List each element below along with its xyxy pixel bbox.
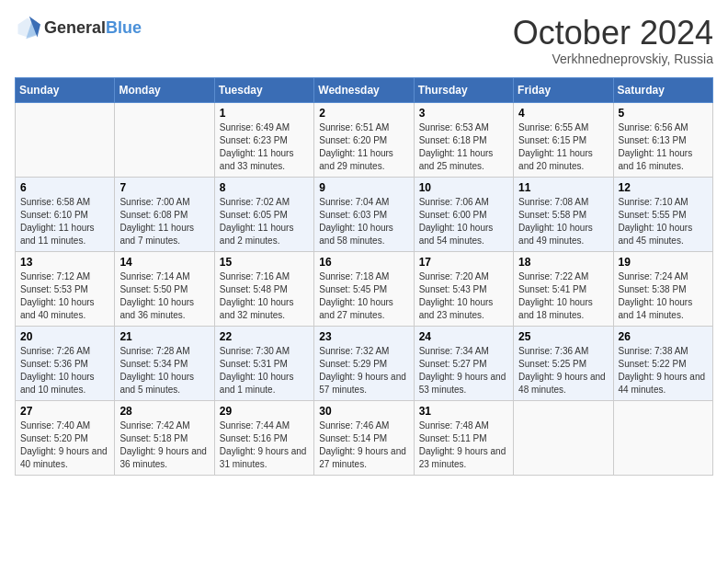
day-number: 28: [119, 405, 209, 418]
day-detail: Sunrise: 7:46 AMSunset: 5:14 PMDaylight:…: [319, 420, 406, 469]
day-detail: Sunrise: 7:30 AMSunset: 5:31 PMDaylight:…: [220, 346, 294, 395]
day-detail: Sunrise: 7:18 AMSunset: 5:45 PMDaylight:…: [319, 271, 393, 320]
calendar-cell: 16Sunrise: 7:18 AMSunset: 5:45 PMDayligh…: [314, 251, 414, 326]
day-detail: Sunrise: 7:24 AMSunset: 5:38 PMDaylight:…: [619, 271, 693, 320]
day-detail: Sunrise: 7:04 AMSunset: 6:03 PMDaylight:…: [319, 197, 393, 246]
calendar-cell: [16, 102, 115, 177]
calendar-cell: 27Sunrise: 7:40 AMSunset: 5:20 PMDayligh…: [16, 400, 115, 475]
day-detail: Sunrise: 7:32 AMSunset: 5:29 PMDaylight:…: [319, 346, 406, 395]
day-detail: Sunrise: 7:00 AMSunset: 6:08 PMDaylight:…: [119, 197, 194, 246]
day-detail: Sunrise: 7:48 AMSunset: 5:11 PMDaylight:…: [419, 420, 506, 469]
header-day-tuesday: Tuesday: [214, 77, 313, 102]
day-number: 31: [419, 405, 508, 418]
day-detail: Sunrise: 7:34 AMSunset: 5:27 PMDaylight:…: [419, 346, 506, 395]
calendar-cell: 6Sunrise: 6:58 AMSunset: 6:10 PMDaylight…: [16, 177, 115, 251]
day-number: 17: [419, 256, 508, 269]
day-detail: Sunrise: 7:26 AMSunset: 5:36 PMDaylight:…: [20, 346, 95, 395]
title-block: October 2024 Verkhnedneprovskiy, Russia: [513, 15, 713, 66]
day-number: 25: [518, 330, 608, 343]
calendar-cell: 24Sunrise: 7:34 AMSunset: 5:27 PMDayligh…: [414, 326, 513, 400]
day-number: 4: [518, 107, 608, 120]
day-number: 2: [319, 107, 408, 120]
header-day-friday: Friday: [514, 77, 613, 102]
calendar-cell: 22Sunrise: 7:30 AMSunset: 5:31 PMDayligh…: [214, 326, 313, 400]
calendar-cell: 7Sunrise: 7:00 AMSunset: 6:08 PMDaylight…: [115, 177, 214, 251]
calendar-cell: 9Sunrise: 7:04 AMSunset: 6:03 PMDaylight…: [314, 177, 414, 251]
calendar-week-4: 20Sunrise: 7:26 AMSunset: 5:36 PMDayligh…: [16, 326, 713, 400]
day-detail: Sunrise: 7:20 AMSunset: 5:43 PMDaylight:…: [419, 271, 494, 320]
day-number: 9: [319, 181, 408, 194]
calendar-cell: 1Sunrise: 6:49 AMSunset: 6:23 PMDaylight…: [214, 102, 313, 177]
day-number: 19: [619, 256, 708, 269]
calendar-cell: 25Sunrise: 7:36 AMSunset: 5:25 PMDayligh…: [514, 326, 613, 400]
day-number: 3: [419, 107, 508, 120]
day-detail: Sunrise: 6:51 AMSunset: 6:20 PMDaylight:…: [319, 122, 393, 171]
header-day-saturday: Saturday: [613, 77, 712, 102]
day-detail: Sunrise: 7:08 AMSunset: 5:58 PMDaylight:…: [518, 197, 593, 246]
day-number: 1: [220, 107, 309, 120]
logo-text: GeneralBlue: [44, 18, 142, 38]
day-detail: Sunrise: 7:42 AMSunset: 5:18 PMDaylight:…: [119, 420, 207, 469]
day-number: 20: [20, 330, 109, 343]
logo-blue: Blue: [106, 18, 142, 37]
calendar-cell: 3Sunrise: 6:53 AMSunset: 6:18 PMDaylight…: [414, 102, 513, 177]
day-number: 8: [220, 181, 309, 194]
calendar-cell: 14Sunrise: 7:14 AMSunset: 5:50 PMDayligh…: [115, 251, 214, 326]
day-number: 30: [319, 405, 408, 418]
day-detail: Sunrise: 7:16 AMSunset: 5:48 PMDaylight:…: [220, 271, 294, 320]
day-detail: Sunrise: 7:12 AMSunset: 5:53 PMDaylight:…: [20, 271, 95, 320]
day-detail: Sunrise: 6:55 AMSunset: 6:15 PMDaylight:…: [518, 122, 593, 171]
day-number: 22: [220, 330, 309, 343]
day-number: 12: [619, 181, 708, 194]
day-detail: Sunrise: 7:14 AMSunset: 5:50 PMDaylight:…: [119, 271, 194, 320]
calendar-cell: 5Sunrise: 6:56 AMSunset: 6:13 PMDaylight…: [613, 102, 712, 177]
day-detail: Sunrise: 6:53 AMSunset: 6:18 PMDaylight:…: [419, 122, 494, 171]
day-detail: Sunrise: 7:36 AMSunset: 5:25 PMDaylight:…: [518, 346, 606, 395]
calendar-cell: 19Sunrise: 7:24 AMSunset: 5:38 PMDayligh…: [613, 251, 712, 326]
calendar-cell: 2Sunrise: 6:51 AMSunset: 6:20 PMDaylight…: [314, 102, 414, 177]
day-number: 18: [518, 256, 608, 269]
day-detail: Sunrise: 6:56 AMSunset: 6:13 PMDaylight:…: [619, 122, 693, 171]
day-number: 5: [619, 107, 708, 120]
day-detail: Sunrise: 7:28 AMSunset: 5:34 PMDaylight:…: [119, 346, 194, 395]
calendar-cell: 18Sunrise: 7:22 AMSunset: 5:41 PMDayligh…: [514, 251, 613, 326]
calendar-cell: 15Sunrise: 7:16 AMSunset: 5:48 PMDayligh…: [214, 251, 313, 326]
day-number: 24: [419, 330, 508, 343]
calendar-cell: 10Sunrise: 7:06 AMSunset: 6:00 PMDayligh…: [414, 177, 513, 251]
day-detail: Sunrise: 7:38 AMSunset: 5:22 PMDaylight:…: [619, 346, 706, 395]
day-detail: Sunrise: 7:06 AMSunset: 6:00 PMDaylight:…: [419, 197, 494, 246]
calendar-cell: 20Sunrise: 7:26 AMSunset: 5:36 PMDayligh…: [16, 326, 115, 400]
day-detail: Sunrise: 6:49 AMSunset: 6:23 PMDaylight:…: [220, 122, 294, 171]
calendar-week-1: 1Sunrise: 6:49 AMSunset: 6:23 PMDaylight…: [16, 102, 713, 177]
day-number: 10: [419, 181, 508, 194]
logo-icon: [15, 15, 40, 40]
header-day-wednesday: Wednesday: [314, 77, 414, 102]
day-number: 29: [220, 405, 309, 418]
calendar-cell: 13Sunrise: 7:12 AMSunset: 5:53 PMDayligh…: [16, 251, 115, 326]
day-detail: Sunrise: 7:10 AMSunset: 5:55 PMDaylight:…: [619, 197, 693, 246]
day-number: 11: [518, 181, 608, 194]
logo-general: General: [44, 18, 106, 37]
header-row: SundayMondayTuesdayWednesdayThursdayFrid…: [16, 77, 713, 102]
day-detail: Sunrise: 7:22 AMSunset: 5:41 PMDaylight:…: [518, 271, 593, 320]
day-number: 26: [619, 330, 708, 343]
logo: GeneralBlue: [15, 15, 142, 40]
calendar-cell: 28Sunrise: 7:42 AMSunset: 5:18 PMDayligh…: [115, 400, 214, 475]
calendar-cell: 23Sunrise: 7:32 AMSunset: 5:29 PMDayligh…: [314, 326, 414, 400]
calendar-cell: 4Sunrise: 6:55 AMSunset: 6:15 PMDaylight…: [514, 102, 613, 177]
calendar-cell: 8Sunrise: 7:02 AMSunset: 6:05 PMDaylight…: [214, 177, 313, 251]
header-day-sunday: Sunday: [16, 77, 115, 102]
calendar-cell: 11Sunrise: 7:08 AMSunset: 5:58 PMDayligh…: [514, 177, 613, 251]
day-number: 13: [20, 256, 109, 269]
day-detail: Sunrise: 7:02 AMSunset: 6:05 PMDaylight:…: [220, 197, 294, 246]
day-number: 14: [119, 256, 209, 269]
day-detail: Sunrise: 7:40 AMSunset: 5:20 PMDaylight:…: [20, 420, 108, 469]
day-number: 7: [119, 181, 209, 194]
calendar-cell: 31Sunrise: 7:48 AMSunset: 5:11 PMDayligh…: [414, 400, 513, 475]
header-day-thursday: Thursday: [414, 77, 513, 102]
calendar-cell: [613, 400, 712, 475]
day-detail: Sunrise: 7:44 AMSunset: 5:16 PMDaylight:…: [220, 420, 307, 469]
day-number: 21: [119, 330, 209, 343]
subtitle: Verkhnedneprovskiy, Russia: [513, 52, 713, 66]
header-day-monday: Monday: [115, 77, 214, 102]
